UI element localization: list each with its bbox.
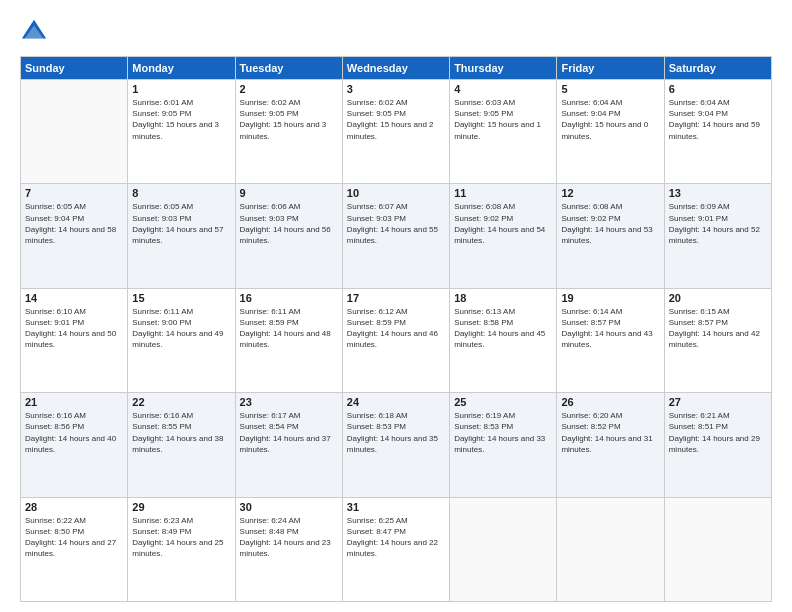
- calendar-week-5: 28Sunrise: 6:22 AMSunset: 8:50 PMDayligh…: [21, 497, 772, 601]
- day-info: Sunrise: 6:13 AMSunset: 8:58 PMDaylight:…: [454, 306, 552, 351]
- day-number: 3: [347, 83, 445, 95]
- day-info: Sunrise: 6:08 AMSunset: 9:02 PMDaylight:…: [454, 201, 552, 246]
- day-info: Sunrise: 6:16 AMSunset: 8:56 PMDaylight:…: [25, 410, 123, 455]
- calendar-cell: 11Sunrise: 6:08 AMSunset: 9:02 PMDayligh…: [450, 184, 557, 288]
- day-info: Sunrise: 6:04 AMSunset: 9:04 PMDaylight:…: [561, 97, 659, 142]
- day-number: 8: [132, 187, 230, 199]
- weekday-header-wednesday: Wednesday: [342, 57, 449, 80]
- day-number: 13: [669, 187, 767, 199]
- calendar-week-3: 14Sunrise: 6:10 AMSunset: 9:01 PMDayligh…: [21, 288, 772, 392]
- day-number: 4: [454, 83, 552, 95]
- weekday-header-thursday: Thursday: [450, 57, 557, 80]
- weekday-header-row: SundayMondayTuesdayWednesdayThursdayFrid…: [21, 57, 772, 80]
- calendar-cell: 26Sunrise: 6:20 AMSunset: 8:52 PMDayligh…: [557, 393, 664, 497]
- day-number: 12: [561, 187, 659, 199]
- weekday-header-monday: Monday: [128, 57, 235, 80]
- calendar-cell: 12Sunrise: 6:08 AMSunset: 9:02 PMDayligh…: [557, 184, 664, 288]
- calendar-cell: [557, 497, 664, 601]
- calendar-cell: 1Sunrise: 6:01 AMSunset: 9:05 PMDaylight…: [128, 80, 235, 184]
- calendar-cell: 6Sunrise: 6:04 AMSunset: 9:04 PMDaylight…: [664, 80, 771, 184]
- day-info: Sunrise: 6:11 AMSunset: 9:00 PMDaylight:…: [132, 306, 230, 351]
- day-info: Sunrise: 6:22 AMSunset: 8:50 PMDaylight:…: [25, 515, 123, 560]
- day-info: Sunrise: 6:05 AMSunset: 9:03 PMDaylight:…: [132, 201, 230, 246]
- day-info: Sunrise: 6:16 AMSunset: 8:55 PMDaylight:…: [132, 410, 230, 455]
- calendar-cell: 10Sunrise: 6:07 AMSunset: 9:03 PMDayligh…: [342, 184, 449, 288]
- day-info: Sunrise: 6:02 AMSunset: 9:05 PMDaylight:…: [240, 97, 338, 142]
- calendar-cell: 24Sunrise: 6:18 AMSunset: 8:53 PMDayligh…: [342, 393, 449, 497]
- day-number: 26: [561, 396, 659, 408]
- calendar-cell: [450, 497, 557, 601]
- calendar-cell: 5Sunrise: 6:04 AMSunset: 9:04 PMDaylight…: [557, 80, 664, 184]
- day-number: 25: [454, 396, 552, 408]
- day-number: 27: [669, 396, 767, 408]
- calendar-table: SundayMondayTuesdayWednesdayThursdayFrid…: [20, 56, 772, 602]
- calendar-cell: 17Sunrise: 6:12 AMSunset: 8:59 PMDayligh…: [342, 288, 449, 392]
- calendar-cell: 28Sunrise: 6:22 AMSunset: 8:50 PMDayligh…: [21, 497, 128, 601]
- calendar-cell: 16Sunrise: 6:11 AMSunset: 8:59 PMDayligh…: [235, 288, 342, 392]
- day-info: Sunrise: 6:17 AMSunset: 8:54 PMDaylight:…: [240, 410, 338, 455]
- day-number: 20: [669, 292, 767, 304]
- page: SundayMondayTuesdayWednesdayThursdayFrid…: [0, 0, 792, 612]
- day-number: 5: [561, 83, 659, 95]
- day-number: 29: [132, 501, 230, 513]
- logo: [20, 18, 52, 46]
- day-info: Sunrise: 6:19 AMSunset: 8:53 PMDaylight:…: [454, 410, 552, 455]
- header: [20, 18, 772, 46]
- calendar-cell: 22Sunrise: 6:16 AMSunset: 8:55 PMDayligh…: [128, 393, 235, 497]
- day-info: Sunrise: 6:24 AMSunset: 8:48 PMDaylight:…: [240, 515, 338, 560]
- calendar-cell: 20Sunrise: 6:15 AMSunset: 8:57 PMDayligh…: [664, 288, 771, 392]
- calendar-cell: 29Sunrise: 6:23 AMSunset: 8:49 PMDayligh…: [128, 497, 235, 601]
- day-number: 7: [25, 187, 123, 199]
- calendar-cell: 23Sunrise: 6:17 AMSunset: 8:54 PMDayligh…: [235, 393, 342, 497]
- calendar-cell: 7Sunrise: 6:05 AMSunset: 9:04 PMDaylight…: [21, 184, 128, 288]
- day-info: Sunrise: 6:21 AMSunset: 8:51 PMDaylight:…: [669, 410, 767, 455]
- day-number: 24: [347, 396, 445, 408]
- day-info: Sunrise: 6:07 AMSunset: 9:03 PMDaylight:…: [347, 201, 445, 246]
- day-number: 22: [132, 396, 230, 408]
- weekday-header-tuesday: Tuesday: [235, 57, 342, 80]
- calendar-week-2: 7Sunrise: 6:05 AMSunset: 9:04 PMDaylight…: [21, 184, 772, 288]
- calendar-cell: 27Sunrise: 6:21 AMSunset: 8:51 PMDayligh…: [664, 393, 771, 497]
- calendar-cell: 4Sunrise: 6:03 AMSunset: 9:05 PMDaylight…: [450, 80, 557, 184]
- day-info: Sunrise: 6:01 AMSunset: 9:05 PMDaylight:…: [132, 97, 230, 142]
- calendar-cell: 9Sunrise: 6:06 AMSunset: 9:03 PMDaylight…: [235, 184, 342, 288]
- day-number: 2: [240, 83, 338, 95]
- day-info: Sunrise: 6:11 AMSunset: 8:59 PMDaylight:…: [240, 306, 338, 351]
- calendar-cell: 25Sunrise: 6:19 AMSunset: 8:53 PMDayligh…: [450, 393, 557, 497]
- day-number: 15: [132, 292, 230, 304]
- day-info: Sunrise: 6:23 AMSunset: 8:49 PMDaylight:…: [132, 515, 230, 560]
- calendar-cell: 18Sunrise: 6:13 AMSunset: 8:58 PMDayligh…: [450, 288, 557, 392]
- day-number: 1: [132, 83, 230, 95]
- calendar-cell: [21, 80, 128, 184]
- day-info: Sunrise: 6:18 AMSunset: 8:53 PMDaylight:…: [347, 410, 445, 455]
- day-info: Sunrise: 6:25 AMSunset: 8:47 PMDaylight:…: [347, 515, 445, 560]
- day-number: 31: [347, 501, 445, 513]
- day-number: 23: [240, 396, 338, 408]
- day-number: 9: [240, 187, 338, 199]
- logo-icon: [20, 18, 48, 46]
- day-info: Sunrise: 6:06 AMSunset: 9:03 PMDaylight:…: [240, 201, 338, 246]
- weekday-header-friday: Friday: [557, 57, 664, 80]
- calendar-week-4: 21Sunrise: 6:16 AMSunset: 8:56 PMDayligh…: [21, 393, 772, 497]
- day-number: 18: [454, 292, 552, 304]
- calendar-cell: 2Sunrise: 6:02 AMSunset: 9:05 PMDaylight…: [235, 80, 342, 184]
- calendar-week-1: 1Sunrise: 6:01 AMSunset: 9:05 PMDaylight…: [21, 80, 772, 184]
- day-number: 21: [25, 396, 123, 408]
- day-info: Sunrise: 6:14 AMSunset: 8:57 PMDaylight:…: [561, 306, 659, 351]
- weekday-header-sunday: Sunday: [21, 57, 128, 80]
- day-info: Sunrise: 6:08 AMSunset: 9:02 PMDaylight:…: [561, 201, 659, 246]
- day-info: Sunrise: 6:04 AMSunset: 9:04 PMDaylight:…: [669, 97, 767, 142]
- calendar-cell: 15Sunrise: 6:11 AMSunset: 9:00 PMDayligh…: [128, 288, 235, 392]
- day-info: Sunrise: 6:03 AMSunset: 9:05 PMDaylight:…: [454, 97, 552, 142]
- day-number: 30: [240, 501, 338, 513]
- day-number: 19: [561, 292, 659, 304]
- calendar-cell: 8Sunrise: 6:05 AMSunset: 9:03 PMDaylight…: [128, 184, 235, 288]
- day-info: Sunrise: 6:09 AMSunset: 9:01 PMDaylight:…: [669, 201, 767, 246]
- calendar-cell: 31Sunrise: 6:25 AMSunset: 8:47 PMDayligh…: [342, 497, 449, 601]
- calendar-cell: 3Sunrise: 6:02 AMSunset: 9:05 PMDaylight…: [342, 80, 449, 184]
- calendar-cell: 14Sunrise: 6:10 AMSunset: 9:01 PMDayligh…: [21, 288, 128, 392]
- day-number: 14: [25, 292, 123, 304]
- day-number: 28: [25, 501, 123, 513]
- day-number: 16: [240, 292, 338, 304]
- calendar-cell: 19Sunrise: 6:14 AMSunset: 8:57 PMDayligh…: [557, 288, 664, 392]
